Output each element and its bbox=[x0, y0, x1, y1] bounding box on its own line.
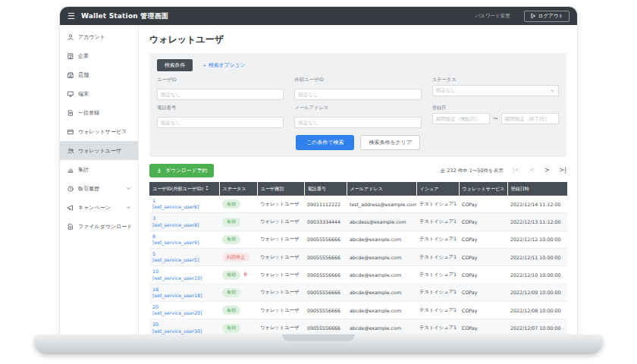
search-button[interactable]: この条件で検索 bbox=[296, 135, 355, 150]
wallet-user-table: ユーザID(外部ユーザID) ステータス ユーザ種別 電話番号 メールアドレス … bbox=[149, 182, 568, 334]
pager-next-button[interactable]: > bbox=[544, 168, 550, 174]
user-id-link[interactable]: 10 bbox=[152, 268, 216, 275]
user-id-link[interactable]: 20 bbox=[152, 304, 216, 310]
ext-user-id-link[interactable]: [ext_service_user30] bbox=[152, 328, 216, 334]
sidebar-item-company[interactable]: 企業 bbox=[60, 46, 138, 65]
issuer-cell: テストイシュア1 bbox=[416, 302, 459, 319]
ext-user-id-link[interactable]: [ext_service_user5] bbox=[152, 257, 216, 263]
clear-search-button[interactable]: 検索条件をクリア bbox=[360, 135, 420, 150]
table-row: 20[ext_service_user20] 有効 ウォレットユーザ 09055… bbox=[149, 302, 567, 319]
email-cell: abcde@example.com bbox=[347, 266, 416, 284]
ext-user-id-link[interactable]: [ext_service_user8] bbox=[152, 222, 216, 228]
column-header: 登録日時 bbox=[507, 182, 567, 196]
pager-first-button[interactable]: |< bbox=[513, 168, 519, 174]
email-cell: abcde@example.com bbox=[347, 231, 416, 248]
user-id-link[interactable]: 30 bbox=[152, 322, 216, 328]
email-cell: abcdess@example.com bbox=[347, 213, 416, 231]
registered-at-cell: 2022/12/11 10:00:00 bbox=[507, 249, 567, 266]
sidebar-item-label: 集計 bbox=[78, 166, 89, 174]
user-id-link[interactable]: 5 bbox=[152, 251, 216, 257]
sidebar-item-label: ウォレットユーザ bbox=[78, 147, 121, 155]
email-cell: test_address@example.com bbox=[347, 196, 416, 213]
sidebar-item-batch-register[interactable]: 一括登録 bbox=[60, 103, 138, 122]
laptop-mockup: ☰ Wallet Station 管理画面 パスワード変更 ログアウト アカウン… bbox=[0, 0, 637, 364]
logout-button[interactable]: ログアウト bbox=[524, 11, 570, 22]
logout-label: ログアウト bbox=[538, 13, 563, 20]
user-icon bbox=[67, 33, 74, 41]
sidebar-item-wallet-service[interactable]: ウォレットサービス bbox=[60, 122, 138, 141]
sidebar-item-file-download[interactable]: ファイルダウンロード bbox=[60, 217, 138, 236]
sidebar-item-label: ウォレットサービス bbox=[78, 128, 127, 136]
email-input[interactable] bbox=[294, 117, 421, 128]
user-type-cell: ウォレットユーザ bbox=[257, 231, 304, 248]
email-cell: abcde@example.com bbox=[347, 319, 416, 334]
date-end-input[interactable] bbox=[501, 113, 559, 124]
field-label: 登録日 bbox=[432, 105, 559, 111]
sidebar-item-transaction-history[interactable]: 取引履歴 bbox=[60, 179, 138, 198]
issuer-cell: テストイシュア1 bbox=[416, 319, 459, 334]
menu-icon[interactable]: ☰ bbox=[67, 12, 75, 20]
sidebar-item-label: 一括登録 bbox=[78, 109, 99, 117]
sidebar-item-aggregation[interactable]: 集計 bbox=[60, 160, 138, 179]
column-header: ユーザ種別 bbox=[257, 182, 304, 196]
search-conditions-tab[interactable]: 検索条件 bbox=[157, 59, 193, 71]
user-id-link[interactable]: 18 bbox=[152, 287, 216, 293]
status-select-value: 指定なし bbox=[436, 87, 456, 94]
password-change-link[interactable]: パスワード変更 bbox=[475, 13, 510, 20]
ext-user-id-link[interactable]: [ext_service_user18] bbox=[152, 293, 216, 299]
sidebar-item-wallet-user[interactable]: ウォレットユーザ bbox=[60, 141, 138, 160]
wallet-service-icon bbox=[67, 128, 74, 136]
sidebar-item-account[interactable]: アカウント bbox=[60, 27, 138, 46]
sidebar: アカウント 企業 店舗 端末 一括登録 bbox=[60, 25, 139, 334]
user-id-link[interactable]: 1 bbox=[152, 198, 216, 204]
chevron-down-icon bbox=[126, 186, 131, 191]
wallet-user-icon bbox=[67, 147, 74, 155]
ext-user-id-input[interactable] bbox=[294, 89, 421, 100]
table-row: 3[ext_service_user8] 有効 ウォレットユーザ 0903333… bbox=[149, 213, 567, 231]
field-label: 外部ユーザID bbox=[294, 77, 421, 83]
sidebar-item-store[interactable]: 店舗 bbox=[60, 65, 138, 84]
status-select[interactable]: 指定なし bbox=[432, 85, 559, 96]
pager-prev-button[interactable]: < bbox=[529, 168, 535, 174]
user-type-cell: ウォレットユーザ bbox=[257, 302, 304, 319]
email-cell: abcde@example.com bbox=[347, 249, 416, 266]
user-id-link[interactable]: 3 bbox=[152, 215, 216, 221]
status-badge: 利用停止 bbox=[222, 253, 249, 262]
user-id-input[interactable] bbox=[157, 89, 284, 100]
ext-user-id-link[interactable]: [ext_service_user20] bbox=[152, 310, 216, 316]
user-id-link[interactable]: 8 bbox=[152, 234, 216, 240]
search-options-link[interactable]: ＋ 検索オプション bbox=[202, 61, 245, 69]
laptop-base bbox=[34, 334, 603, 354]
ext-user-id-link[interactable]: [ext_service_user6] bbox=[152, 204, 216, 210]
history-icon bbox=[67, 185, 74, 193]
user-type-cell: ウォレットユーザ bbox=[257, 284, 304, 301]
date-start-input[interactable] bbox=[432, 113, 490, 124]
phone-input[interactable] bbox=[157, 117, 284, 128]
phone-cell: 09055556666 bbox=[304, 284, 347, 301]
pager-last-button[interactable]: >| bbox=[560, 168, 566, 174]
phone-cell: 09011112222 bbox=[304, 196, 347, 213]
download-reservation-button[interactable]: ダウンロード予約 bbox=[149, 164, 214, 177]
wallet-service-cell: COPay bbox=[459, 249, 507, 266]
sidebar-item-terminal[interactable]: 端末 bbox=[60, 84, 138, 103]
main-content: ウォレットユーザ 検索条件 ＋ 検索オプション ユーザID bbox=[139, 25, 577, 334]
wallet-service-cell: COPay bbox=[459, 284, 507, 301]
sidebar-item-campaign[interactable]: キャンペーン bbox=[60, 198, 138, 217]
chevron-down-icon bbox=[126, 205, 131, 210]
field-ext-user-id: 外部ユーザID bbox=[294, 77, 421, 100]
sort-icon[interactable] bbox=[205, 187, 209, 192]
sidebar-item-label: 企業 bbox=[78, 52, 89, 60]
phone-cell: 09055556666 bbox=[304, 302, 347, 319]
sidebar-item-label: ファイルダウンロード bbox=[78, 223, 132, 231]
field-registered-date: 登録日 〜 bbox=[432, 105, 559, 128]
wallet-service-cell: COPay bbox=[459, 231, 507, 248]
user-type-cell: ウォレットユーザ bbox=[257, 213, 304, 231]
field-label: メールアドレス bbox=[294, 105, 421, 111]
ext-user-id-link[interactable]: [ext_service_user10] bbox=[152, 275, 216, 281]
phone-cell: 09055556666 bbox=[304, 266, 347, 284]
ext-user-id-link[interactable]: [ext_service_user9] bbox=[152, 240, 216, 246]
wallet-service-cell: COPay bbox=[459, 266, 507, 284]
table-row: 1[ext_service_user6] 有効 ウォレットユーザ 0901111… bbox=[149, 196, 567, 213]
issuer-cell: テストイシュア1 bbox=[416, 266, 459, 284]
pagination: |< < > >| bbox=[513, 168, 566, 174]
